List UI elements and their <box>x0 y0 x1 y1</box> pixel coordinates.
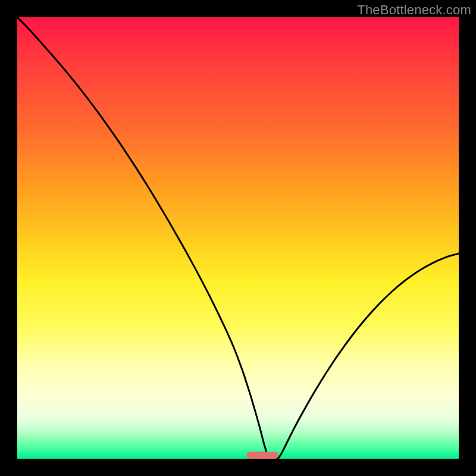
watermark-text: TheBottleneck.com <box>357 2 471 18</box>
curve-path <box>17 17 459 459</box>
chart-frame: TheBottleneck.com <box>0 0 476 476</box>
plot-area <box>17 17 459 459</box>
optimal-range-marker <box>246 452 278 459</box>
bottleneck-curve <box>17 17 459 459</box>
